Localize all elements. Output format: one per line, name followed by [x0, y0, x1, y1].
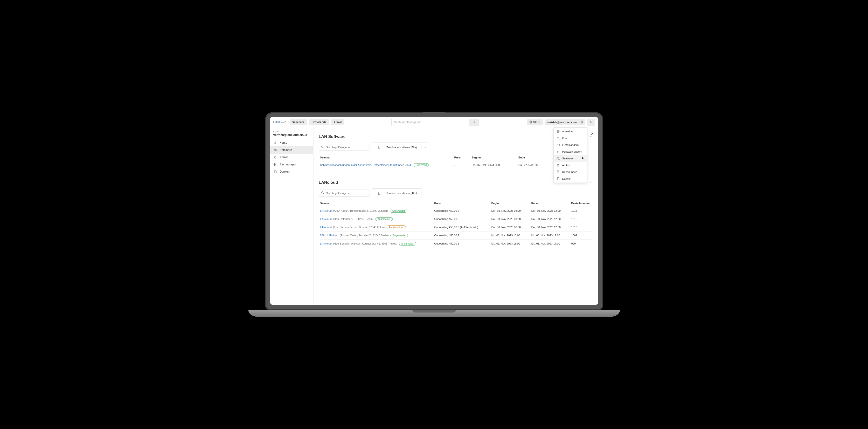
svg-point-7 [557, 137, 559, 138]
file-icon [273, 170, 277, 173]
menu-logout[interactable]: Abmelden [554, 128, 587, 135]
seminar-subtitle: (Frau Tamara Ferrari, Brumm, 12345 Fulda… [333, 226, 385, 229]
sidebar-item-label: Konto [280, 141, 287, 144]
user-icon [273, 141, 277, 144]
seminar-link[interactable]: LANcloud [320, 218, 332, 221]
section-toolbar: Termine exportieren (Alle) [319, 142, 593, 152]
section-search[interactable] [319, 144, 369, 151]
file-icon [556, 177, 560, 180]
status-badge: Dozierend [413, 163, 429, 167]
key-icon [556, 150, 560, 153]
cell-beginn: Do., 30. Nov. 2023 08:00 [490, 215, 530, 223]
sidebar-item-dateien[interactable]: Dateien [270, 168, 313, 175]
sidebar-item-konto[interactable]: Konto [270, 139, 313, 146]
cell-preis: Onboarding 450,00 € [433, 231, 490, 239]
svg-line-24 [323, 147, 324, 148]
svg-point-11 [558, 157, 559, 158]
menu-konto[interactable]: Konto [554, 135, 587, 141]
global-search-input[interactable] [392, 119, 469, 126]
user-account-chip[interactable]: vertrieb@lancloud.cloud [546, 119, 585, 125]
section-title: LAN Software [319, 134, 346, 139]
seminar-icon [273, 148, 277, 152]
svg-point-9 [557, 152, 558, 153]
cell-bestellnummer: 1016 [570, 223, 593, 231]
logout-icon [556, 130, 560, 133]
search-icon [472, 120, 475, 124]
user-icon [556, 136, 560, 140]
seminar-link[interactable]: LANcloud [320, 209, 332, 212]
download-icon [374, 190, 383, 196]
table-row: LANcloud(Arian Akbari, Turmsstrasse 3, 1… [319, 207, 593, 215]
user-dropdown-menu: Abmelden Konto E-Mail ändern Passwort än… [553, 127, 587, 183]
menu-rechnungen[interactable]: Rechnungen [554, 169, 587, 175]
cell-ende: Do., 30. Nov. 2023 12:00 [530, 223, 570, 231]
nav-seminare[interactable]: Seminare [289, 119, 307, 125]
svg-rect-8 [557, 144, 559, 146]
cart-button[interactable] [587, 119, 595, 126]
cell-bestellnummer: 999 [570, 239, 593, 248]
cell-beginn: Do., 30. Nov. 2023 08:00 [490, 207, 530, 215]
seminar-link[interactable]: 556 - LANcloud [320, 234, 339, 237]
table-header: Seminar Preis Beginn Ende Bestellnummer [319, 200, 593, 207]
menu-artikel[interactable]: Artikel [554, 162, 587, 169]
cell-ende: Do., 30. Nov. 2023 12:00 [530, 207, 570, 215]
menu-email[interactable]: E-Mail ändern [554, 141, 587, 148]
section-search-input[interactable] [326, 146, 367, 149]
svg-point-6 [592, 123, 592, 123]
nav-dozierende[interactable]: Dozierende [309, 119, 329, 125]
sidebar: Konto vertrieb@lancloud.cloud Konto Semi… [270, 128, 313, 304]
global-search [392, 119, 479, 126]
seminar-link[interactable]: LANcloud [320, 226, 332, 229]
svg-point-23 [321, 146, 323, 147]
menu-dateien[interactable]: Dateien [554, 175, 587, 182]
col-seminar: Seminar [319, 200, 433, 207]
table-row: LANcloud(Frau Tamara Ferrari, Brumm, 123… [319, 223, 593, 231]
status-badge: Angemeldet [375, 217, 393, 221]
breadcrumb: Konto [270, 130, 313, 133]
laptop-mockup: LANcloud• Seminare Dozierende Artikel DE [265, 112, 603, 317]
invoice-icon [273, 163, 277, 166]
language-switch[interactable]: DE [527, 119, 543, 125]
menu-password[interactable]: Passwort ändern [554, 148, 587, 155]
menu-item-label: E-Mail ändern [562, 143, 579, 146]
global-search-button[interactable] [469, 119, 479, 126]
nav-artikel[interactable]: Artikel [331, 119, 344, 125]
cell-ende: Do., 30. Nov. 2023 12:00 [530, 215, 570, 223]
col-seminar: Seminar [319, 154, 453, 161]
sidebar-item-seminare[interactable]: Seminare [270, 146, 313, 154]
sidebar-item-artikel[interactable]: Artikel [270, 154, 313, 161]
cell-beginn: Do., 07. Dez. 2023 09:00 [470, 161, 517, 169]
sidebar-item-rechnungen[interactable]: Rechnungen [270, 161, 313, 168]
section-title: LANcloud [319, 180, 338, 185]
status-badge: Auf Warteliste [386, 226, 406, 229]
menu-item-label: Dateien [562, 177, 571, 180]
status-badge: Angemeldet [391, 234, 408, 237]
seminar-table-1: Seminar Preis Beginn Ende Bestellnummer … [319, 154, 593, 169]
svg-point-0 [473, 121, 474, 122]
collapse-toggle[interactable] [590, 180, 593, 185]
export-dates[interactable]: Termine exportieren (Alle) [372, 188, 422, 198]
sidebar-item-label: Dateien [280, 170, 289, 173]
download-icon [374, 144, 383, 151]
export-dates[interactable]: Termine exportieren (Alle) [372, 142, 430, 152]
menu-seminare[interactable]: Seminare [554, 155, 587, 162]
section-search[interactable] [319, 190, 369, 197]
cart-icon [589, 120, 593, 124]
cell-preis: Onboarding 450,00 € [433, 239, 490, 248]
menu-item-label: Seminare [562, 157, 574, 160]
cursor-pointer-icon [581, 157, 585, 160]
export-dropdown[interactable] [422, 144, 429, 151]
seminar-link[interactable]: Schlüsselbeobachtungen in der Astronomie… [320, 164, 412, 166]
section-search-input[interactable] [326, 192, 367, 195]
col-ende: Ende [530, 200, 570, 207]
close-panel-button[interactable]: ✕ [591, 131, 594, 136]
user-email: vertrieb@lancloud.cloud [547, 121, 579, 124]
seminar-subtitle: (Herr Ralf Kim Nr. 5, 12345 Berlin) [333, 218, 374, 221]
logo-sub: cloud [280, 121, 285, 124]
seminar-subtitle: (Herr Benedikt Wünsch, Königstraße 42, 3… [333, 242, 397, 245]
sidebar-item-label: Seminare [280, 148, 292, 152]
seminar-link[interactable]: LANcloud [320, 242, 332, 245]
logo: LANcloud• [273, 120, 286, 124]
col-bestellnummer: Bestellnummer [570, 200, 593, 207]
svg-line-26 [323, 193, 324, 194]
